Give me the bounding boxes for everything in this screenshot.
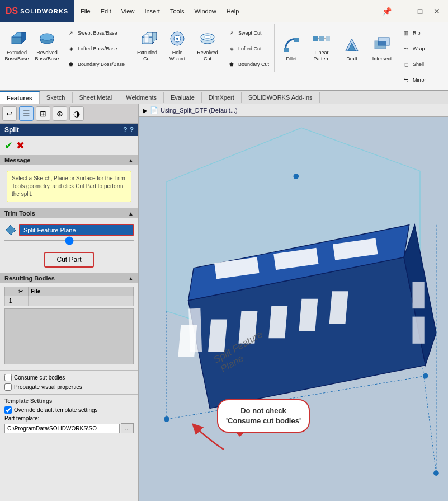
resulting-bodies-header[interactable]: Resulting Bodies ▲ <box>0 273 138 283</box>
wrap-button[interactable]: ⤳ Wrap <box>398 41 429 56</box>
message-section-body: Select a Sketch, Plane or Surface for th… <box>0 165 138 208</box>
tab-features[interactable]: Features <box>0 91 40 104</box>
cancel-button[interactable]: ✖ <box>16 139 25 152</box>
intersect-button[interactable]: Intersect <box>367 24 397 64</box>
svg-rect-38 <box>268 306 287 338</box>
menu-tools[interactable]: Tools <box>166 7 189 16</box>
svg-rect-17 <box>313 36 318 41</box>
extruded-cut-button[interactable]: Extruded Cut <box>133 24 162 64</box>
shell-icon: ◻ <box>400 59 412 70</box>
ok-button[interactable]: ✔ <box>4 139 13 152</box>
svg-rect-18 <box>319 36 324 41</box>
linear-pattern-button[interactable]: Linear Pattern <box>307 24 336 64</box>
swept-boss-button[interactable]: ↗ Swept Boss/Base <box>63 26 128 40</box>
feature-tree-header: ▶ 📄 Using_Split_DTF (Default...) <box>139 104 448 117</box>
revolved-cut-icon <box>197 29 218 49</box>
table-col-scissors: ✂ <box>16 287 29 296</box>
lofted-cut-label: Lofted Cut <box>238 46 262 51</box>
tab-dimxpert[interactable]: DimXpert <box>202 92 242 103</box>
mirror-button[interactable]: ⇋ Mirror <box>398 73 429 87</box>
hole-wizard-label: Hole Wizard <box>164 50 190 62</box>
svg-rect-26 <box>378 41 386 45</box>
help-icon-2[interactable]: ? <box>130 126 134 134</box>
browse-button[interactable]: ... <box>121 423 134 433</box>
menu-edit[interactable]: Edit <box>96 7 116 16</box>
lofted-cut-button[interactable]: ◈ Lofted Cut <box>223 41 272 56</box>
panel-tool-grid[interactable]: ⊞ <box>36 106 50 121</box>
tab-weldments[interactable]: Weldments <box>119 92 164 103</box>
swept-boss-icon: ↗ <box>65 27 77 39</box>
close-icon[interactable]: ✕ <box>430 4 444 18</box>
trim-tools-header[interactable]: Trim Tools ▲ <box>0 208 138 218</box>
feature-tree-title: Using_Split_DTF (Default...) <box>161 107 238 114</box>
table-cell-file <box>29 296 134 306</box>
split-panel-title: Split <box>4 126 19 134</box>
split-panel-header: Split ? ? <box>0 124 138 136</box>
revolved-cut-button[interactable]: Revolved Cut <box>193 24 222 64</box>
selected-plane-item[interactable]: Split Feature Plane <box>19 224 134 236</box>
mirror-icon: ⇋ <box>400 74 412 86</box>
help-icon-1[interactable]: ? <box>123 126 127 134</box>
panel-tool-add[interactable]: ⊕ <box>53 106 67 121</box>
ribbon-toolbar: Extruded Boss/Base Revolved Boss/Base ↗ … <box>0 22 448 91</box>
extruded-boss-label: Extruded Boss/Base <box>4 50 30 62</box>
app-header: DS SOLIDWORKS File Edit View Insert Tool… <box>0 0 448 22</box>
panel-tool-list[interactable]: ☰ <box>19 106 34 121</box>
plane-selector-icon[interactable] <box>4 224 17 236</box>
hole-wizard-button[interactable]: Hole Wizard <box>163 24 192 64</box>
shell-button[interactable]: ◻ Shell <box>398 57 429 72</box>
svg-rect-40 <box>329 291 348 324</box>
tab-evaluate[interactable]: Evaluate <box>164 92 202 103</box>
tab-sheet-metal[interactable]: Sheet Metal <box>73 92 120 103</box>
consume-cut-bodies-checkbox[interactable] <box>4 374 12 381</box>
minimize-icon[interactable]: — <box>397 4 410 18</box>
maximize-icon[interactable]: □ <box>413 4 427 18</box>
revolved-boss-button[interactable]: Revolved Boss/Base <box>32 24 62 64</box>
ribbon-group-cut: Extruded Cut Hole Wizard Revolved Cut <box>133 24 275 72</box>
draft-button[interactable]: Draft <box>337 24 366 64</box>
resulting-bodies-section: Resulting Bodies ▲ ✂ File 1 <box>0 273 138 371</box>
rib-button[interactable]: ▥ Rib <box>398 26 429 40</box>
tab-sketch[interactable]: Sketch <box>40 92 73 103</box>
pin-icon[interactable]: 📌 <box>380 4 393 18</box>
menu-insert[interactable]: Insert <box>140 7 164 16</box>
svg-point-4 <box>40 34 54 40</box>
panel-toolbar: ↩ ☰ ⊞ ⊕ ◑ <box>0 104 138 124</box>
feature-tree-doc-icon: 📄 <box>150 106 158 114</box>
lofted-boss-button[interactable]: ◈ Lofted Boss/Base <box>63 41 128 56</box>
override-template-checkbox[interactable] <box>4 406 12 414</box>
table-cell-scissors <box>16 296 29 306</box>
ribbon-group-boss-base: Extruded Boss/Base Revolved Boss/Base ↗ … <box>2 24 130 72</box>
cut-part-area: Cut Part <box>0 246 138 273</box>
table-row: 1 <box>5 296 134 306</box>
svg-line-51 <box>423 368 436 473</box>
swept-cut-button[interactable]: ↗ Swept Cut <box>223 26 272 40</box>
svg-marker-1 <box>12 32 22 37</box>
panel-tool-arrow[interactable]: ↩ <box>2 106 17 121</box>
boundary-cut-button[interactable]: ⬟ Boundary Cut <box>223 57 272 72</box>
menu-file[interactable]: File <box>76 7 95 16</box>
panel-tool-display[interactable]: ◑ <box>69 106 84 121</box>
tab-solidworks-addins[interactable]: SOLIDWORKS Add-Ins <box>242 92 320 103</box>
boundary-boss-button[interactable]: ⬟ Boundary Boss/Base <box>63 57 128 72</box>
message-section-header[interactable]: Message ▲ <box>0 155 138 165</box>
split-panel-help-icons: ? ? <box>123 126 134 134</box>
svg-rect-36 <box>208 319 227 352</box>
menu-window[interactable]: Window <box>190 7 221 16</box>
fillet-button[interactable]: Fillet <box>277 24 306 64</box>
svg-rect-16 <box>294 38 299 42</box>
menu-view[interactable]: View <box>117 7 139 16</box>
lofted-boss-label: Lofted Boss/Base <box>78 46 117 51</box>
tree-arrow-icon[interactable]: ▶ <box>143 107 148 114</box>
propagate-visual-checkbox[interactable] <box>4 383 12 391</box>
boundary-boss-label: Boundary Boss/Base <box>78 62 125 67</box>
extruded-boss-icon <box>7 29 27 49</box>
fillet-label: Fillet <box>286 56 297 62</box>
callout-text: Do not check'Consume cut bodies' <box>226 406 301 425</box>
cut-part-button[interactable]: Cut Part <box>44 252 93 268</box>
menu-help[interactable]: Help <box>222 7 244 16</box>
trim-tools-slider[interactable] <box>4 240 134 241</box>
svg-rect-15 <box>284 48 289 52</box>
extruded-boss-button[interactable]: Extruded Boss/Base <box>2 24 31 64</box>
callout-arrow <box>190 422 235 455</box>
